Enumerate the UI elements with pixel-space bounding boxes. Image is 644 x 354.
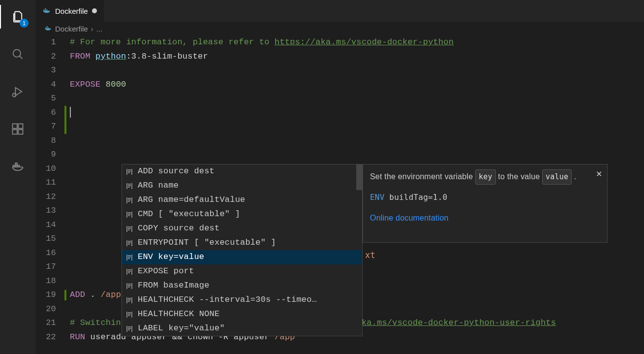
svg-rect-7 — [18, 129, 23, 134]
line-number: 14 — [35, 218, 56, 232]
svg-line-1 — [20, 56, 23, 59]
snippet-icon — [125, 167, 134, 176]
activity-run-debug[interactable] — [6, 80, 30, 103]
svg-rect-19 — [47, 26, 48, 27]
suggest-item[interactable]: FROM baseImage — [122, 279, 362, 293]
code-line[interactable] — [70, 148, 644, 162]
explorer-badge: 1 — [20, 19, 29, 28]
suggest-item[interactable]: LABEL key="value" — [122, 322, 362, 336]
docker-icon — [44, 24, 52, 33]
suggest-item[interactable]: EXPOSE port — [122, 264, 362, 279]
svg-rect-14 — [46, 9, 47, 10]
suggest-item[interactable]: HEALTHCHECK --interval=30s --timeo… — [122, 293, 362, 307]
suggest-item[interactable]: ARG name=defaultValue — [122, 193, 362, 207]
suggest-item[interactable]: ADD source dest — [122, 164, 362, 179]
close-icon[interactable]: ✕ — [596, 167, 602, 182]
code-token: # For more information, please refer to — [70, 37, 275, 47]
doc-example-rest: buildTag=1.0 — [385, 193, 448, 202]
suggest-item[interactable]: ENTRYPOINT [ "executable" ] — [122, 236, 362, 250]
chevron-right-icon: › — [91, 25, 93, 33]
breadcrumb[interactable]: Dockerfile › ... — [35, 22, 644, 35]
modified-indicator — [64, 120, 66, 134]
tab-bar: Dockerfile — [35, 0, 644, 22]
suggest-item-label: CMD [ "executable" ] — [138, 207, 240, 222]
line-number: 6 — [35, 106, 56, 120]
line-number: 2 — [35, 50, 56, 64]
line-number: 16 — [35, 246, 56, 260]
line-number: 10 — [35, 162, 56, 176]
suggest-item-label: LABEL key="value" — [138, 322, 225, 336]
suggest-scrollbar[interactable] — [356, 164, 362, 190]
code-line[interactable]: FROM python:3.8-slim-buster — [70, 50, 644, 64]
code-token: FROM — [70, 52, 91, 61]
code-token: 8000 — [106, 80, 126, 89]
code-token — [91, 52, 95, 61]
tab-dirty-indicator — [92, 8, 97, 13]
doc-text: Set the environment variable — [370, 172, 475, 181]
breadcrumb-file: Dockerfile — [55, 25, 88, 33]
suggest-item[interactable]: ARG name — [122, 179, 362, 193]
code-token: ADD — [70, 290, 85, 299]
tab-dockerfile[interactable]: Dockerfile — [35, 0, 104, 22]
doc-text: . — [574, 172, 577, 181]
doc-text: to the value — [498, 172, 542, 181]
code-token: python — [95, 52, 126, 61]
code-line[interactable]: EXPOSE 8000 — [70, 78, 644, 92]
bg-code-fragment: xt — [365, 248, 375, 262]
suggest-doc-panel: ✕ Set the environment variable key to th… — [363, 164, 608, 243]
snippet-icon — [125, 182, 134, 191]
line-number: 20 — [35, 302, 56, 317]
docker-icon — [42, 6, 51, 16]
modified-indicator — [64, 106, 66, 120]
activity-explorer[interactable]: 1 — [6, 5, 30, 29]
suggest-item[interactable]: ENV key=value — [122, 250, 362, 264]
snippet-icon — [125, 196, 134, 205]
code-token: . — [85, 290, 100, 299]
suggest-item-label: HEALTHCHECK --interval=30s --timeo… — [138, 293, 317, 307]
activity-extensions[interactable] — [6, 117, 30, 141]
line-number: 21 — [35, 316, 56, 330]
snippet-icon — [125, 296, 134, 305]
tab-title: Dockerfile — [55, 7, 88, 15]
code-line[interactable] — [70, 134, 644, 148]
line-number: 7 — [35, 120, 56, 134]
code-line[interactable] — [70, 106, 644, 120]
suggest-item-label: FROM baseImage — [138, 279, 210, 293]
suggest-item[interactable]: CMD [ "executable" ] — [122, 207, 362, 222]
svg-rect-6 — [13, 129, 17, 134]
code-line[interactable]: # For more information, please refer to … — [70, 35, 644, 50]
editor[interactable]: 12345678910111213141516171819202122 # Fo… — [35, 35, 644, 354]
suggest-item-label: ENV key=value — [138, 250, 204, 264]
suggest-item-label: ENTRYPOINT [ "executable" ] — [138, 236, 276, 250]
activity-search[interactable] — [6, 42, 30, 66]
doc-online-link[interactable]: Online documentation — [370, 211, 449, 225]
line-number-gutter: 12345678910111213141516171819202122 — [35, 35, 70, 354]
line-number: 19 — [35, 288, 56, 302]
snippet-icon — [125, 239, 134, 248]
code-line[interactable] — [70, 64, 644, 78]
code-token: :3.8-slim-buster — [126, 52, 208, 61]
doc-description: Set the environment variable key to the … — [370, 169, 600, 185]
svg-rect-11 — [15, 163, 17, 165]
code-token — [100, 80, 105, 89]
snippet-icon — [125, 267, 134, 276]
line-number: 8 — [35, 134, 56, 148]
extensions-icon — [11, 122, 25, 136]
suggest-item[interactable]: HEALTHCHECK NONE — [122, 307, 362, 322]
breadcrumb-tail: ... — [96, 25, 103, 33]
suggest-widget: ADD source dest ARG name ARG name=defaul… — [122, 164, 363, 336]
line-number: 4 — [35, 78, 56, 92]
code-line[interactable] — [70, 92, 644, 106]
line-number: 18 — [35, 274, 56, 289]
code-line[interactable] — [70, 120, 644, 134]
search-icon — [11, 47, 25, 61]
text-cursor — [70, 107, 71, 118]
suggest-item[interactable]: COPY source dest — [122, 222, 362, 236]
line-number: 15 — [35, 232, 56, 246]
svg-rect-17 — [47, 27, 48, 28]
activity-docker[interactable] — [6, 155, 30, 178]
svg-marker-2 — [15, 88, 22, 96]
svg-rect-4 — [13, 124, 17, 129]
svg-rect-13 — [45, 9, 46, 10]
svg-rect-16 — [45, 27, 46, 28]
